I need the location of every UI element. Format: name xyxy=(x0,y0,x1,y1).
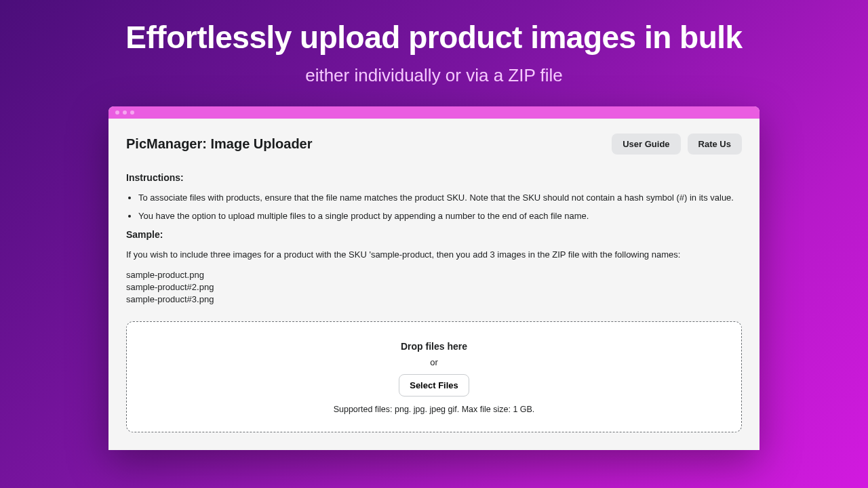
dropzone[interactable]: Drop files here or Select Files Supporte… xyxy=(126,321,742,432)
instructions-list: To associate files with products, ensure… xyxy=(126,192,742,221)
sample-intro: If you wish to include three images for … xyxy=(126,249,742,260)
window-dot-icon xyxy=(130,110,134,115)
header-row: PicManager: Image Uploader User Guide Ra… xyxy=(126,134,742,155)
app-window: PicManager: Image Uploader User Guide Ra… xyxy=(108,106,760,450)
rate-us-button[interactable]: Rate Us xyxy=(688,134,742,155)
sample-heading: Sample: xyxy=(126,229,742,240)
hero-subtitle: either individually or via a ZIP file xyxy=(125,65,742,86)
window-titlebar xyxy=(108,106,760,119)
window-dot-icon xyxy=(123,110,127,115)
dropzone-or: or xyxy=(140,357,728,367)
header-buttons: User Guide Rate Us xyxy=(612,134,742,155)
hero-title: Effortlessly upload product images in bu… xyxy=(125,19,742,56)
hero: Effortlessly upload product images in bu… xyxy=(125,19,742,86)
instructions-item: To associate files with products, ensure… xyxy=(138,192,742,203)
instructions-heading: Instructions: xyxy=(126,172,742,183)
instructions-item: You have the option to upload multiple f… xyxy=(138,211,742,221)
user-guide-button[interactable]: User Guide xyxy=(612,134,680,155)
dropzone-supported-text: Supported files: png. jpg. jpeg gif. Max… xyxy=(140,405,728,414)
sample-file-list: sample-product.png sample-product#2.png … xyxy=(126,269,742,306)
select-files-button[interactable]: Select Files xyxy=(399,374,469,396)
app-content: PicManager: Image Uploader User Guide Ra… xyxy=(108,119,760,450)
window-dot-icon xyxy=(115,110,119,115)
dropzone-title: Drop files here xyxy=(140,341,728,352)
page-background: Effortlessly upload product images in bu… xyxy=(0,0,868,488)
app-title: PicManager: Image Uploader xyxy=(126,136,313,152)
